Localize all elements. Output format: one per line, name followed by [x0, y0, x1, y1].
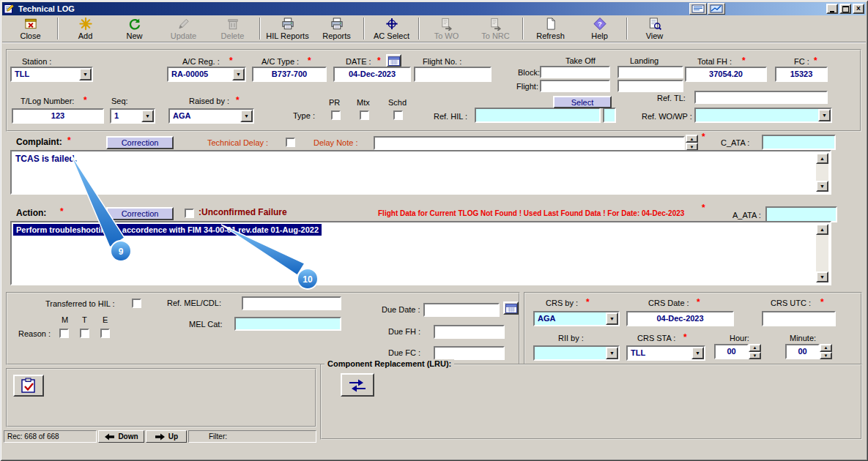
crs-sta-combobox[interactable]: TLL ▼: [626, 345, 705, 361]
date-field[interactable]: 04-Dec-2023: [333, 67, 411, 82]
ref-tl-field[interactable]: [694, 91, 828, 104]
total-fh-required-mark: *: [742, 56, 746, 65]
seq-combobox[interactable]: 1 ▼: [110, 108, 155, 124]
seq-dropdown-button[interactable]: ▼: [141, 110, 154, 122]
scroll-down-button[interactable]: ▼: [816, 271, 828, 282]
tlog-number-field[interactable]: 123: [12, 108, 104, 124]
crs-by-value: AGA: [538, 314, 555, 323]
scroll-up-button[interactable]: ▲: [816, 153, 828, 164]
toolbar-button-hil-reports[interactable]: HIL Reports: [263, 16, 312, 41]
fc-field[interactable]: 15323: [775, 67, 828, 82]
rii-by-combobox[interactable]: ▼: [533, 345, 620, 361]
station-value: TLL: [15, 70, 29, 78]
reason-m-checkbox[interactable]: [59, 329, 69, 338]
record-up-button[interactable]: Up: [146, 430, 187, 443]
block-takeoff-field[interactable]: [540, 66, 610, 78]
maximize-button[interactable]: [839, 4, 851, 14]
titlebar: Technical LOG ×: [2, 2, 866, 15]
close-window-button[interactable]: ×: [853, 4, 864, 14]
flight-landing-field[interactable]: [617, 80, 683, 92]
component-section-title: Component Replacement (LRU):: [324, 359, 454, 368]
unconfirmed-failure-checkbox[interactable]: [185, 209, 194, 218]
due-date-calendar-button[interactable]: [503, 301, 519, 315]
mel-cat-field[interactable]: [234, 317, 341, 331]
callout-9: 9: [59, 143, 139, 266]
complaint-scrollbar[interactable]: ▲ ▼: [816, 153, 828, 192]
toolbar-button-reports[interactable]: Reports: [312, 16, 361, 41]
minute-field[interactable]: 00: [785, 344, 820, 359]
a-ata-label: A_ATA :: [732, 211, 761, 220]
block-landing-field[interactable]: [617, 66, 683, 78]
c-ata-required-mark: *: [702, 132, 705, 141]
select-button[interactable]: Select: [553, 96, 612, 108]
crs-by-dropdown-button[interactable]: ▼: [606, 312, 618, 325]
reason-e-checkbox[interactable]: [100, 329, 110, 338]
transferred-to-hil-checkbox[interactable]: [132, 299, 141, 308]
transfer-icon: [489, 17, 503, 31]
titlebar-document-icon[interactable]: [689, 3, 707, 15]
type-pr-label: PR: [329, 98, 340, 108]
flight-no-field[interactable]: [414, 67, 492, 82]
minimize-button[interactable]: [826, 4, 838, 14]
spinner-up-icon[interactable]: ▲: [686, 135, 698, 143]
due-fh-field[interactable]: [434, 325, 505, 339]
toolbar-button-close[interactable]: Close: [6, 16, 55, 41]
toolbar-button-ac-select[interactable]: AC Select: [367, 16, 416, 41]
spinner-down-icon[interactable]: ▼: [820, 352, 832, 360]
hour-field[interactable]: 00: [714, 344, 749, 359]
landing-label: Landing: [630, 56, 659, 66]
spinner-up-icon[interactable]: ▲: [749, 344, 761, 352]
date-calendar-button[interactable]: [386, 54, 401, 67]
due-date-label: Due Date :: [382, 305, 420, 315]
toolbar-button-refresh[interactable]: Refresh: [526, 16, 575, 41]
crs-utc-field[interactable]: [762, 311, 836, 326]
ref-wo-wp-combobox[interactable]: ▼: [694, 108, 832, 123]
ac-reg-combobox[interactable]: RA-00005 ▼: [167, 67, 246, 82]
rii-by-dropdown-button[interactable]: ▼: [606, 347, 618, 359]
crs-sta-dropdown-button[interactable]: ▼: [691, 347, 704, 359]
toolbar-button-view[interactable]: View: [630, 16, 679, 41]
action-label: Action:: [16, 209, 46, 218]
total-fh-field[interactable]: 37054.20: [685, 67, 767, 82]
raised-by-dropdown-button[interactable]: ▼: [240, 110, 253, 122]
technical-delay-checkbox[interactable]: [286, 138, 295, 147]
ac-type-field[interactable]: B737-700: [252, 67, 327, 82]
ref-hil-aux-field[interactable]: [603, 108, 616, 123]
callout-10-number: 10: [303, 274, 313, 285]
reason-t-checkbox[interactable]: [80, 329, 89, 338]
type-pr-checkbox[interactable]: [331, 110, 341, 120]
delay-note-spinner[interactable]: ▲ ▼: [686, 135, 698, 151]
hour-spinner[interactable]: ▲ ▼: [749, 344, 761, 359]
scroll-up-button[interactable]: ▲: [816, 224, 828, 235]
type-mtx-checkbox[interactable]: [360, 110, 369, 120]
ref-hil-field[interactable]: [475, 108, 601, 123]
raised-by-combobox[interactable]: AGA ▼: [168, 108, 254, 124]
action-scrollbar[interactable]: ▲ ▼: [816, 224, 828, 282]
due-fc-field[interactable]: [434, 346, 505, 360]
ref-mel-cdl-field[interactable]: [242, 296, 341, 310]
delay-note-field[interactable]: [374, 136, 685, 150]
toolbar-button-new[interactable]: New: [110, 16, 159, 41]
crs-by-combobox[interactable]: AGA ▼: [533, 311, 620, 326]
station-combobox[interactable]: TLL ▼: [10, 67, 93, 82]
spinner-up-icon[interactable]: ▲: [820, 344, 832, 352]
verify-checklist-button[interactable]: [13, 375, 44, 397]
minute-spinner[interactable]: ▲ ▼: [820, 344, 832, 359]
toolbar-button-add[interactable]: Add: [61, 16, 110, 41]
ac-reg-dropdown-button[interactable]: ▼: [232, 68, 245, 80]
record-down-button[interactable]: Down: [98, 430, 144, 443]
toolbar-separator: [522, 18, 524, 40]
due-date-field[interactable]: [423, 303, 500, 317]
ref-wo-wp-dropdown-button[interactable]: ▼: [818, 109, 831, 121]
crs-date-field[interactable]: 04-Dec-2023: [626, 311, 734, 326]
component-replacement-button[interactable]: [341, 373, 374, 397]
a-ata-field[interactable]: [765, 206, 837, 222]
type-schd-checkbox[interactable]: [393, 110, 403, 120]
station-dropdown-button[interactable]: ▼: [79, 68, 92, 80]
flight-takeoff-field[interactable]: [540, 80, 610, 92]
titlebar-chart-icon[interactable]: [708, 3, 725, 15]
toolbar-button-help[interactable]: ? Help: [575, 16, 624, 41]
scroll-down-button[interactable]: ▼: [816, 181, 828, 192]
spinner-down-icon[interactable]: ▼: [749, 352, 761, 360]
c-ata-field[interactable]: [762, 135, 836, 150]
